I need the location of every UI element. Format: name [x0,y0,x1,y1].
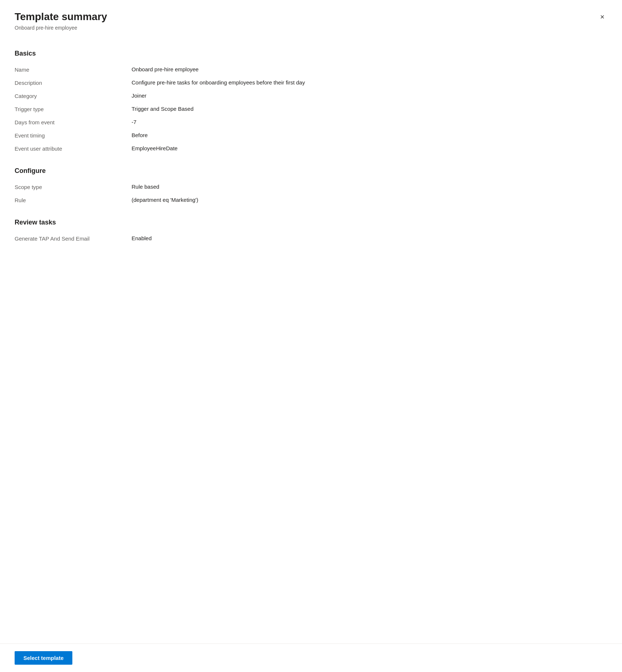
field-label-generate-tap: Generate TAP And Send Email [15,235,132,242]
field-row-name: Name Onboard pre-hire employee [15,63,607,76]
field-row-generate-tap: Generate TAP And Send Email Enabled [15,232,607,245]
field-value-event-timing: Before [132,132,607,138]
field-label-scope-type: Scope type [15,184,132,190]
field-value-trigger-type: Trigger and Scope Based [132,106,607,112]
field-label-category: Category [15,93,132,99]
review-tasks-section-title: Review tasks [15,219,607,226]
field-label-event-timing: Event timing [15,132,132,139]
basics-section-title: Basics [15,50,607,57]
field-label-description: Description [15,79,132,86]
field-row-event-user-attribute: Event user attribute EmployeeHireDate [15,142,607,155]
field-label-days-from-event: Days from event [15,119,132,125]
panel-content: Basics Name Onboard pre-hire employee De… [0,38,622,643]
panel-footer: Select template [0,643,622,672]
review-tasks-section: Review tasks Generate TAP And Send Email… [15,219,607,245]
field-row-scope-type: Scope type Rule based [15,181,607,194]
panel-title: Template summary [15,10,607,23]
field-value-scope-type: Rule based [132,184,607,190]
panel-subtitle: Onboard pre-hire employee [15,25,607,31]
field-row-rule: Rule (department eq 'Marketing') [15,194,607,207]
field-label-name: Name [15,66,132,73]
field-value-generate-tap: Enabled [132,235,607,241]
field-value-name: Onboard pre-hire employee [132,66,607,72]
close-button[interactable]: × [596,10,609,23]
field-row-description: Description Configure pre-hire tasks for… [15,76,607,90]
field-value-days-from-event: -7 [132,119,607,125]
configure-section-title: Configure [15,167,607,175]
field-label-trigger-type: Trigger type [15,106,132,112]
field-value-event-user-attribute: EmployeeHireDate [132,145,607,151]
field-label-event-user-attribute: Event user attribute [15,145,132,152]
field-row-category: Category Joiner [15,90,607,103]
field-row-trigger-type: Trigger type Trigger and Scope Based [15,103,607,116]
field-value-rule: (department eq 'Marketing') [132,197,607,203]
template-summary-panel: Template summary Onboard pre-hire employ… [0,0,622,672]
field-row-event-timing: Event timing Before [15,129,607,142]
panel-header: Template summary Onboard pre-hire employ… [0,0,622,38]
field-row-days-from-event: Days from event -7 [15,116,607,129]
select-template-button[interactable]: Select template [15,651,72,665]
basics-section: Basics Name Onboard pre-hire employee De… [15,50,607,155]
field-value-description: Configure pre-hire tasks for onboarding … [132,79,607,86]
field-label-rule: Rule [15,197,132,203]
configure-section: Configure Scope type Rule based Rule (de… [15,167,607,207]
close-icon: × [600,13,604,21]
field-value-category: Joiner [132,93,607,99]
